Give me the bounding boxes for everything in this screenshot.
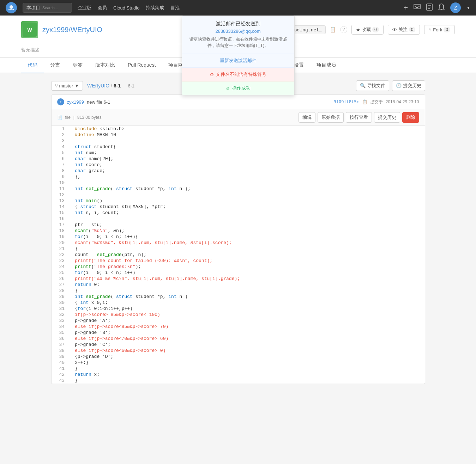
table-row: 38else if(p->score<60&&p->score>=0)	[52, 348, 425, 354]
line-number[interactable]: 42	[52, 372, 69, 378]
line-number[interactable]: 41	[52, 366, 69, 372]
tab-版本对比[interactable]: 版本对比	[89, 58, 121, 73]
bell-icon[interactable]	[438, 4, 445, 12]
line-number[interactable]: 15	[52, 210, 69, 216]
line-number[interactable]: 9	[52, 174, 69, 180]
file-action-buttons: 编辑 原始数据 按行查看 提交历史 删除	[299, 112, 419, 123]
commit-info-bar: z zyx1999 new file 6-1 9f09ff8f5c 📋 提交于 …	[51, 94, 425, 109]
help-icon[interactable]: ?	[340, 26, 347, 33]
line-number[interactable]: 14	[52, 204, 69, 210]
find-file-button[interactable]: 🔍 寻找文件	[356, 80, 389, 91]
nav-link-enterprise[interactable]: 企业版	[78, 5, 91, 11]
line-number[interactable]: 43	[52, 378, 69, 384]
line-number[interactable]: 13	[52, 198, 69, 204]
nav-link-cloudstudio[interactable]: Cloud Studio	[113, 5, 139, 11]
delete-button[interactable]: 删除	[402, 112, 419, 123]
line-number[interactable]: 22	[52, 252, 69, 258]
line-number[interactable]: 24	[52, 264, 69, 270]
repo-full-name[interactable]: zyx1999/WErtyUIO	[42, 26, 102, 33]
site-logo[interactable]	[6, 2, 17, 13]
line-number[interactable]: 11	[52, 186, 69, 192]
line-number[interactable]: 32	[52, 312, 69, 318]
copy-hash-icon[interactable]: 📋	[362, 99, 367, 104]
file-dir[interactable]: WErtyUIO	[87, 83, 109, 88]
commit-history-label: 提交历史	[403, 83, 421, 88]
commit-history-button[interactable]: 🕐 提交历史	[392, 80, 425, 91]
nav-link-bubble[interactable]: 冒泡	[170, 5, 180, 11]
line-number[interactable]: 27	[52, 282, 69, 288]
line-number[interactable]: 2	[52, 132, 69, 138]
line-number[interactable]: 19	[52, 234, 69, 240]
line-number[interactable]: 4	[52, 144, 69, 150]
commit-hash[interactable]: 9f09ff8f5c	[334, 99, 359, 104]
nav-link-member[interactable]: 会员	[98, 5, 107, 11]
line-code: p->grade='B';	[69, 330, 425, 336]
line-code: else if(p->score<70&&p->score>=60)	[69, 336, 425, 342]
line-number[interactable]: 36	[52, 336, 69, 342]
tab-分支[interactable]: 分支	[44, 58, 66, 73]
line-code: };	[69, 174, 425, 180]
commit-right-info: 9f09ff8f5c 📋 提交于 2018-04-29 23:10	[334, 99, 419, 105]
line-number[interactable]: 30	[52, 300, 69, 306]
inbox-icon[interactable]	[414, 4, 421, 12]
file-name: 6-1	[114, 83, 121, 88]
line-number[interactable]: 26	[52, 276, 69, 282]
table-row: 26printf("%d %s %c\n", stu[i].num, stu[i…	[52, 276, 425, 282]
tab-Pull Request[interactable]: Pull Request	[121, 58, 162, 73]
user-avatar[interactable]: Z	[450, 2, 461, 13]
line-number[interactable]: 23	[52, 258, 69, 264]
blame-button[interactable]: 按行查看	[346, 112, 372, 123]
line-number[interactable]: 10	[52, 180, 69, 186]
file-history-button[interactable]: 提交历史	[374, 112, 400, 123]
raw-button[interactable]: 原始数据	[318, 112, 344, 123]
branch-selector[interactable]: ⑂ master ▼	[51, 81, 83, 91]
line-number[interactable]: 6	[52, 156, 69, 162]
line-number[interactable]: 25	[52, 270, 69, 276]
add-icon[interactable]: +	[404, 4, 408, 12]
line-number[interactable]: 38	[52, 348, 69, 354]
svg-text:W: W	[27, 27, 32, 33]
line-number[interactable]: 34	[52, 324, 69, 330]
line-number[interactable]: 33	[52, 318, 69, 324]
line-code	[69, 216, 425, 222]
tab-标签[interactable]: 标签	[66, 58, 89, 73]
line-number[interactable]: 12	[52, 192, 69, 198]
line-number[interactable]: 37	[52, 342, 69, 348]
watch-button[interactable]: 👁 关注 0	[388, 25, 420, 35]
table-row: 16	[52, 216, 425, 222]
line-number[interactable]: 20	[52, 240, 69, 246]
eye-icon: 👁	[392, 27, 397, 32]
document-icon[interactable]	[426, 4, 433, 12]
line-number[interactable]: 21	[52, 246, 69, 252]
commit-author[interactable]: zyx1999	[67, 99, 84, 105]
resend-button[interactable]: 重新发送激活邮件	[182, 54, 294, 68]
line-number[interactable]: 16	[52, 216, 69, 222]
line-number[interactable]: 35	[52, 330, 69, 336]
file-separator: |	[73, 115, 74, 120]
line-number[interactable]: 5	[52, 150, 69, 156]
copy-url-icon[interactable]: 📋	[330, 27, 336, 32]
line-code: int set_grade( struct student *p, int n …	[69, 294, 425, 300]
line-code: #define MAXN 10	[69, 132, 425, 138]
line-number[interactable]: 39	[52, 354, 69, 360]
line-number[interactable]: 3	[52, 138, 69, 144]
line-number[interactable]: 17	[52, 222, 69, 228]
line-number[interactable]: 29	[52, 294, 69, 300]
line-number[interactable]: 8	[52, 168, 69, 174]
avatar-dropdown-icon[interactable]: ▼	[466, 6, 470, 10]
line-code: int num;	[69, 150, 425, 156]
tab-代码[interactable]: 代码	[21, 58, 44, 73]
search-bar[interactable]: 本项目 Search...	[23, 3, 72, 13]
tab-项目成员[interactable]: 项目成员	[310, 58, 343, 73]
fork-button[interactable]: ⑂ Fork 0	[424, 25, 455, 34]
nav-link-ci[interactable]: 持续集成	[146, 5, 164, 11]
line-number[interactable]: 31	[52, 306, 69, 312]
line-number[interactable]: 7	[52, 162, 69, 168]
line-number[interactable]: 18	[52, 228, 69, 234]
line-number[interactable]: 40	[52, 360, 69, 366]
line-number[interactable]: 28	[52, 288, 69, 294]
edit-button[interactable]: 编辑	[299, 112, 315, 123]
line-number[interactable]: 1	[52, 126, 69, 132]
star-button[interactable]: ★ 收藏 0	[351, 25, 384, 35]
line-code: return x;	[69, 372, 425, 378]
